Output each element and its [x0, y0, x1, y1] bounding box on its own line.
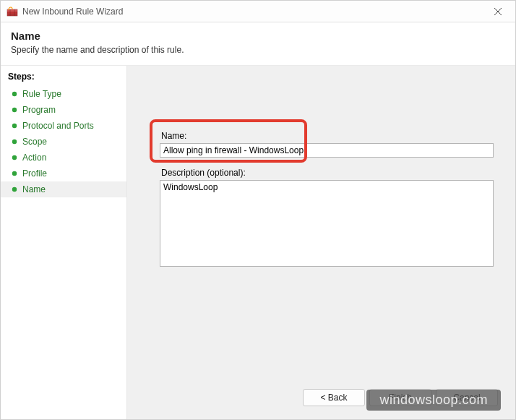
step-rule-type[interactable]: Rule Type — [1, 86, 126, 102]
window-title: New Inbound Rule Wizard — [22, 7, 483, 17]
svg-point-11 — [12, 155, 17, 160]
wizard-header: Name Specify the name and description of… — [1, 22, 515, 66]
step-name[interactable]: Name — [1, 181, 126, 197]
step-label: Name — [22, 184, 46, 194]
back-button[interactable]: < Back — [303, 389, 365, 406]
wizard-window: New Inbound Rule Wizard Name Specify the… — [0, 0, 516, 420]
step-program[interactable]: Program — [1, 102, 126, 118]
bullet-icon — [11, 122, 18, 129]
svg-point-13 — [12, 187, 17, 192]
name-input[interactable] — [160, 143, 494, 158]
name-group: Name: — [160, 131, 494, 158]
steps-heading: Steps: — [1, 70, 126, 86]
cancel-button[interactable]: Cancel — [436, 389, 498, 406]
bullet-icon — [11, 154, 18, 161]
svg-point-7 — [12, 92, 17, 96]
svg-point-9 — [12, 124, 17, 128]
name-label: Name: — [161, 131, 494, 141]
step-profile[interactable]: Profile — [1, 166, 126, 181]
step-label: Action — [22, 153, 46, 163]
firewall-icon — [7, 6, 18, 17]
wizard-body: Steps: Rule Type Program Protocol and Po… — [1, 66, 515, 419]
step-label: Rule Type — [22, 89, 61, 99]
description-group: Description (optional): — [160, 168, 494, 269]
bullet-icon — [11, 170, 18, 177]
page-subtitle: Specify the name and description of this… — [11, 45, 505, 55]
bullet-icon — [11, 138, 18, 145]
svg-point-12 — [12, 171, 17, 176]
svg-rect-2 — [7, 14, 17, 16]
button-row: < Back Finish Cancel — [303, 389, 498, 406]
svg-point-8 — [12, 108, 17, 112]
step-action[interactable]: Action — [1, 150, 126, 166]
svg-point-10 — [12, 140, 17, 144]
description-label: Description (optional): — [161, 168, 494, 178]
page-title: Name — [11, 30, 505, 42]
close-button[interactable] — [483, 1, 512, 22]
step-scope[interactable]: Scope — [1, 134, 126, 150]
steps-sidebar: Steps: Rule Type Program Protocol and Po… — [1, 66, 127, 419]
close-icon — [494, 8, 502, 15]
bullet-icon — [11, 186, 18, 193]
form-area: Name: Description (optional): — [160, 131, 494, 269]
bullet-icon — [11, 90, 18, 98]
content-pane: Name: Description (optional): < Back Fin… — [127, 66, 515, 419]
step-label: Profile — [22, 168, 47, 179]
step-protocol-and-ports[interactable]: Protocol and Ports — [1, 118, 126, 134]
bullet-icon — [11, 106, 18, 113]
finish-button[interactable]: Finish — [369, 389, 431, 406]
titlebar: New Inbound Rule Wizard — [1, 1, 515, 22]
step-label: Protocol and Ports — [22, 121, 94, 131]
step-label: Scope — [22, 137, 47, 147]
description-input[interactable] — [160, 180, 494, 267]
step-label: Program — [22, 105, 56, 115]
